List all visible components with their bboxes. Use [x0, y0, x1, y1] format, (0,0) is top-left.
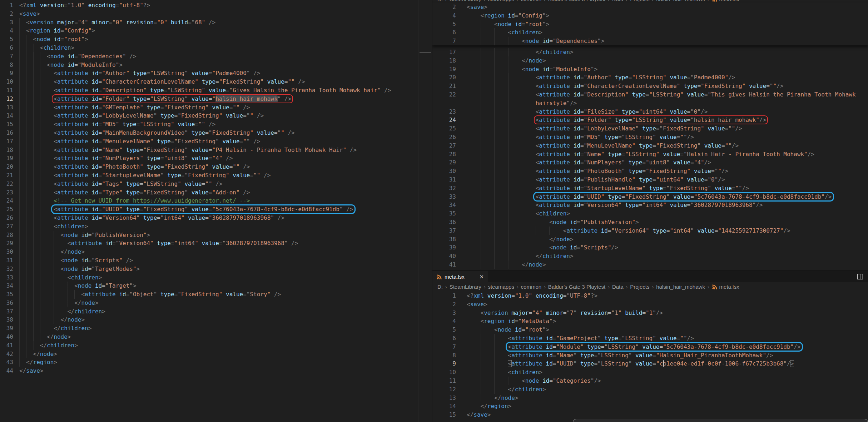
line-number[interactable]: 2	[432, 3, 456, 11]
code-text[interactable]: <attribute id="MainMenuBackgroundVideo" …	[19, 129, 295, 137]
line-number[interactable]: 31	[432, 175, 456, 184]
line-number[interactable]: 24	[432, 116, 456, 124]
line-number[interactable]: 23	[0, 188, 13, 197]
code-line[interactable]: 44</save>	[0, 367, 432, 375]
code-text[interactable]: <attribute id="UUID" type="FixedString" …	[19, 205, 353, 214]
code-text[interactable]: <attribute id="Version64" type="int64" v…	[467, 227, 790, 235]
code-line[interactable]: 28 <attribute id="Name" type="LSString" …	[432, 150, 868, 159]
code-line[interactable]: 27 <children>	[0, 222, 432, 231]
code-line[interactable]: 35 <attribute id="Object" type="FixedStr…	[0, 290, 432, 299]
code-line[interactable]: 1<?xml version="1.0" encoding="utf-8"?>	[0, 1, 432, 10]
code-text[interactable]: <region id="Config">	[467, 11, 549, 20]
line-number[interactable]: 16	[0, 129, 13, 137]
line-number[interactable]: 33	[432, 193, 456, 201]
code-text[interactable]: </children>	[467, 48, 574, 56]
code-text[interactable]: <children>	[467, 209, 570, 218]
code-line[interactable]: 41 </node>	[432, 260, 868, 269]
line-number[interactable]: 25	[432, 124, 456, 133]
code-text[interactable]: <node id="Categories"/>	[467, 377, 601, 385]
code-text[interactable]: <children>	[467, 368, 542, 377]
code-line[interactable]: 2<save>	[0, 10, 432, 18]
line-number[interactable]: 17	[0, 137, 13, 146]
code-line[interactable]: 34 <node id="Target">	[0, 282, 432, 290]
line-number[interactable]: 13	[432, 394, 456, 402]
line-number[interactable]: 12	[0, 95, 13, 103]
code-line[interactable]: 5 <node id="root">	[432, 326, 868, 334]
code-line[interactable]: 37 <attribute id="Version64" type="int64…	[432, 227, 868, 235]
line-number[interactable]: 35	[0, 290, 13, 299]
breadcrumb-file[interactable]: meta.lsx	[712, 284, 739, 290]
code-text[interactable]: <attribute id="Author" type="LSWString" …	[19, 69, 260, 78]
line-number[interactable]: 36	[432, 218, 456, 227]
code-line[interactable]: 20 <attribute id="Author" type="LSString…	[432, 73, 868, 82]
breadcrumb-segment[interactable]: Data	[612, 284, 624, 290]
code-text[interactable]: <attribute id="Version64" type="int64" v…	[467, 201, 763, 209]
code-line[interactable]: 18 </node>	[432, 56, 868, 65]
code-line[interactable]: 5 <node id="root">	[0, 35, 432, 44]
code-line[interactable]: 12 <attribute id="Folder" type="LSWStrin…	[0, 95, 432, 103]
line-number[interactable]: 33	[0, 273, 13, 282]
code-text[interactable]: </node>	[467, 394, 519, 402]
code-text[interactable]: <?xml version="1.0" encoding="UTF-8"?>	[467, 292, 597, 300]
editor-right-top-code[interactable]: 17 </children>18 </node>19 <node id="Mod…	[432, 48, 868, 269]
code-text[interactable]: <attribute id="Author" type="LSString" v…	[467, 73, 735, 82]
line-number[interactable]: 5	[0, 35, 13, 44]
line-number[interactable]: 11	[0, 86, 13, 95]
line-number[interactable]: 37	[432, 227, 456, 235]
line-number[interactable]: 34	[432, 201, 456, 209]
code-text[interactable]: <attribute id="Description" type="LSWStr…	[19, 86, 391, 95]
line-number[interactable]: 18	[0, 146, 13, 154]
code-text[interactable]: </children>	[467, 385, 546, 394]
code-text[interactable]: <!-- Get new UUID from https://www.uuidg…	[19, 197, 250, 205]
code-line[interactable]: 5 <node id="root">	[432, 20, 868, 29]
code-line[interactable]: 25 <attribute id="UUID" type="FixedStrin…	[0, 205, 432, 214]
line-number[interactable]: 30	[432, 167, 456, 175]
code-text[interactable]: </save>	[19, 367, 43, 375]
line-number[interactable]: 30	[0, 248, 13, 256]
breadcrumb-segment[interactable]: common	[521, 0, 542, 2]
breadcrumb-segment[interactable]: Projects	[630, 0, 649, 2]
code-text[interactable]: <attribute id="UUID" type="FixedString" …	[467, 193, 832, 201]
code-text[interactable]: <attribute id="NumPlayers" type="uint8" …	[19, 154, 233, 163]
code-text[interactable]: <children>	[467, 28, 542, 37]
breadcrumb-segment[interactable]: D:	[437, 284, 443, 290]
editor-right-bottom-code[interactable]: 1<?xml version="1.0" encoding="UTF-8"?>2…	[432, 292, 868, 419]
code-line[interactable]: 35 <children>	[432, 209, 868, 218]
code-line[interactable]: 7 <node id="Dependencies">	[432, 37, 868, 45]
code-line[interactable]: hairstyle"/>	[432, 99, 868, 108]
code-line[interactable]: 13 </node>	[432, 394, 868, 402]
code-text[interactable]: <?xml version="1.0" encoding="utf-8"?>	[19, 1, 150, 10]
code-line[interactable]: 22 <attribute id="Tags" type="LSWString"…	[0, 180, 432, 188]
code-text[interactable]: <attribute id="PhotoBooth" type="FixedSt…	[467, 167, 728, 175]
code-line[interactable]: 36 <node id="PublishVersion">	[432, 218, 868, 227]
line-number[interactable]: 12	[432, 385, 456, 394]
code-text[interactable]: </node>	[467, 56, 546, 65]
line-number[interactable]: 15	[0, 120, 13, 129]
code-text[interactable]: </children>	[19, 307, 105, 316]
line-number[interactable]: 1	[0, 1, 13, 10]
code-line[interactable]: 32 <attribute id="StartupLevelName" type…	[432, 184, 868, 193]
code-text[interactable]: <attribute id="NumPlayers" type="uint8" …	[467, 158, 711, 167]
code-text[interactable]: <attribute id="Object" type="FixedString…	[19, 290, 281, 299]
code-text[interactable]: <version major="4" minor="7" revision="1…	[467, 309, 663, 317]
code-line[interactable]: 30 </node>	[0, 248, 432, 256]
code-text[interactable]: <attribute id="MD5" type="LSString" valu…	[467, 133, 694, 142]
code-text[interactable]: <attribute id="MD5" type="LSString" valu…	[19, 120, 215, 129]
code-line[interactable]: 7 <attribute id="Module" type="LSString"…	[432, 343, 868, 351]
line-number[interactable]: 4	[0, 26, 13, 35]
code-line[interactable]: 26 <attribute id="MD5" type="LSString" v…	[432, 133, 868, 142]
code-text[interactable]: hairstyle"/>	[467, 99, 577, 108]
code-text[interactable]: <node id="Dependencies" />	[19, 52, 137, 61]
line-number[interactable]	[432, 99, 456, 108]
line-number[interactable]: 38	[432, 235, 456, 244]
code-text[interactable]: <children>	[19, 222, 88, 231]
line-number[interactable]: 27	[432, 142, 456, 150]
code-text[interactable]: <node id="Dependencies">	[467, 37, 604, 45]
code-line[interactable]: 4 <region id="Config">	[0, 26, 432, 35]
code-text[interactable]: <attribute id="MenuLevelName" type="Fixe…	[19, 137, 260, 146]
code-text[interactable]: <node id="root">	[19, 35, 88, 44]
code-text[interactable]: <region id="MetaData">	[467, 317, 556, 326]
line-number[interactable]: 41	[432, 260, 456, 269]
breadcrumb[interactable]: D:›SteamLibrary›steamapps›common›Baldur'…	[432, 282, 868, 292]
code-line[interactable]: 36 </node>	[0, 299, 432, 307]
